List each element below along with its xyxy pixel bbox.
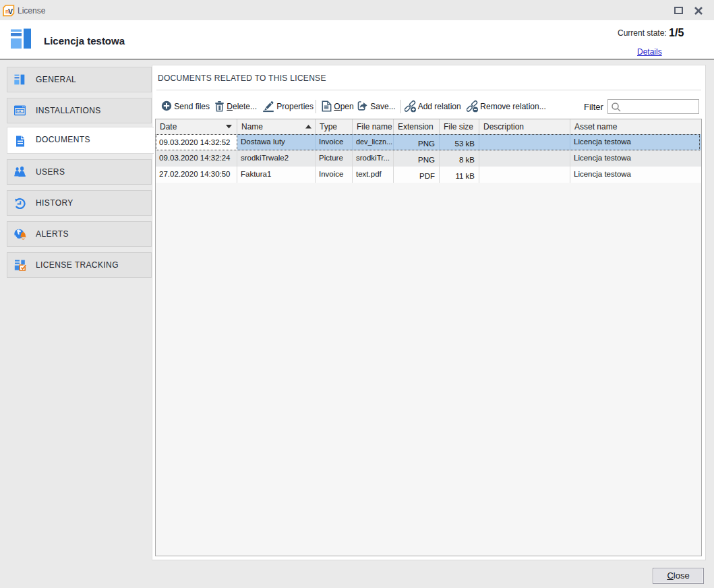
svg-text:V: V <box>8 7 13 16</box>
